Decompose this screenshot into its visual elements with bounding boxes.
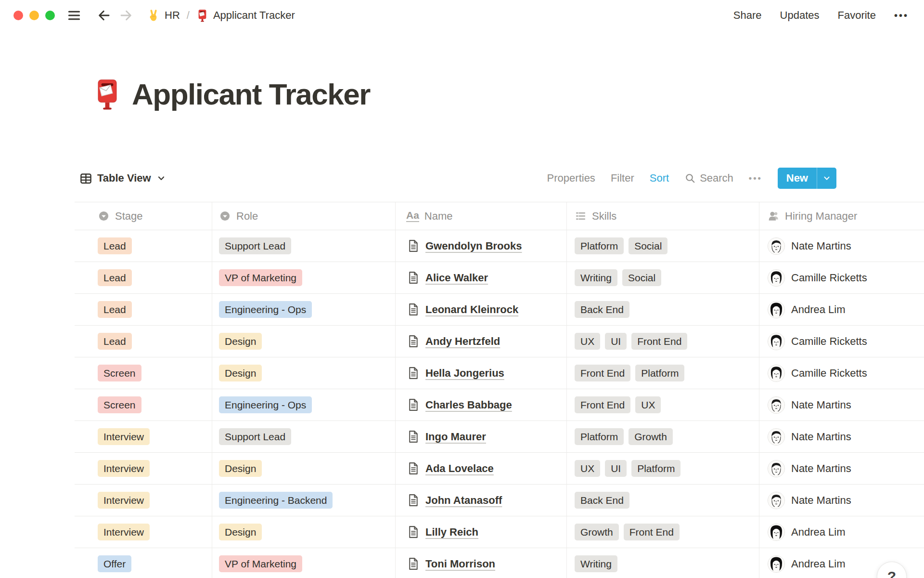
close-window-button[interactable] <box>13 11 23 20</box>
applicant-name-link[interactable]: Ingo Maurer <box>425 431 486 443</box>
column-header-stage[interactable]: Stage <box>75 202 212 230</box>
skills-cell[interactable]: Front EndPlatform <box>567 357 759 389</box>
role-cell[interactable]: Design <box>212 326 396 357</box>
column-label: Stage <box>115 210 143 223</box>
column-header-role[interactable]: Role <box>212 202 396 230</box>
applicant-name-link[interactable]: Charles Babbage <box>425 399 512 411</box>
view-more-options-button[interactable]: ••• <box>749 173 762 184</box>
name-cell[interactable]: Toni Morrison <box>396 548 567 578</box>
stage-cell[interactable]: Interview <box>75 453 212 484</box>
page-icon <box>406 398 420 412</box>
stage-cell[interactable]: Lead <box>75 326 212 357</box>
name-cell[interactable]: Ada Lovelace <box>396 453 567 484</box>
stage-tag: Interview <box>98 428 150 445</box>
manager-cell[interactable]: Nate Martins <box>759 230 924 262</box>
breadcrumb-workspace[interactable]: HR <box>147 9 180 22</box>
role-cell[interactable]: VP of Marketing <box>212 262 396 293</box>
skill-tag: Back End <box>575 492 629 509</box>
manager-cell[interactable]: Camille Ricketts <box>759 326 924 357</box>
manager-cell[interactable]: Nate Martins <box>759 485 924 516</box>
skill-tag: Social <box>622 269 661 286</box>
table-row: Screen Design Hella Jongerius Front EndP… <box>75 357 924 389</box>
role-cell[interactable]: VP of Marketing <box>212 548 396 578</box>
page-icon <box>406 239 420 253</box>
zoom-window-button[interactable] <box>45 11 55 20</box>
skills-cell[interactable]: Back End <box>567 485 759 516</box>
column-header-name[interactable]: Aa Name <box>396 202 567 230</box>
manager-name: Andrea Lim <box>791 526 846 539</box>
applicant-name-link[interactable]: Gwendolyn Brooks <box>425 240 522 252</box>
role-cell[interactable]: Design <box>212 453 396 484</box>
applicant-name-link[interactable]: Alice Walker <box>425 272 488 284</box>
new-button-dropdown[interactable] <box>817 168 836 189</box>
column-header-hiring-manager[interactable]: Hiring Manager <box>759 202 924 230</box>
postbox-icon[interactable] <box>92 78 122 111</box>
name-cell[interactable]: Charles Babbage <box>396 389 567 420</box>
history-back-button[interactable] <box>95 7 113 24</box>
skills-cell[interactable]: Back End <box>567 294 759 325</box>
role-cell[interactable]: Design <box>212 516 396 548</box>
name-cell[interactable]: John Atanasoff <box>396 485 567 516</box>
column-header-skills[interactable]: Skills <box>567 202 759 230</box>
share-button[interactable]: Share <box>733 9 762 22</box>
role-cell[interactable]: Design <box>212 357 396 389</box>
filter-button[interactable]: Filter <box>611 172 634 184</box>
name-cell[interactable]: Lilly Reich <box>396 516 567 548</box>
applicant-name-link[interactable]: Ada Lovelace <box>425 462 494 475</box>
skills-cell[interactable]: GrowthFront End <box>567 516 759 548</box>
stage-cell[interactable]: Screen <box>75 389 212 420</box>
role-cell[interactable]: Support Lead <box>212 421 396 452</box>
manager-cell[interactable]: Nate Martins <box>759 453 924 484</box>
manager-cell[interactable]: Andrea Lim <box>759 516 924 548</box>
stage-cell[interactable]: Screen <box>75 357 212 389</box>
avatar <box>768 269 785 287</box>
applicant-name-link[interactable]: Andy Hertzfeld <box>425 335 500 348</box>
applicant-name-link[interactable]: Toni Morrison <box>425 558 495 570</box>
sort-button[interactable]: Sort <box>650 172 669 184</box>
stage-cell[interactable]: Lead <box>75 262 212 293</box>
skills-cell[interactable]: WritingSocial <box>567 262 759 293</box>
name-cell[interactable]: Gwendolyn Brooks <box>396 230 567 262</box>
skills-cell[interactable]: UXUIFront End <box>567 326 759 357</box>
minimize-window-button[interactable] <box>29 11 39 20</box>
name-cell[interactable]: Alice Walker <box>396 262 567 293</box>
applicant-name-link[interactable]: Leonard Kleinrock <box>425 303 518 316</box>
applicant-name-link[interactable]: John Atanasoff <box>425 494 502 507</box>
stage-cell[interactable]: Interview <box>75 485 212 516</box>
properties-button[interactable]: Properties <box>547 172 595 184</box>
skills-cell[interactable]: PlatformSocial <box>567 230 759 262</box>
role-cell[interactable]: Engineering - Ops <box>212 389 396 420</box>
favorite-button[interactable]: Favorite <box>838 9 876 22</box>
stage-cell[interactable]: Interview <box>75 516 212 548</box>
manager-cell[interactable]: Nate Martins <box>759 389 924 420</box>
manager-cell[interactable]: Nate Martins <box>759 421 924 452</box>
role-cell[interactable]: Engineering - Ops <box>212 294 396 325</box>
manager-cell[interactable]: Camille Ricketts <box>759 357 924 389</box>
stage-cell[interactable]: Interview <box>75 421 212 452</box>
applicant-name-link[interactable]: Hella Jongerius <box>425 367 504 380</box>
skills-cell[interactable]: PlatformGrowth <box>567 421 759 452</box>
name-cell[interactable]: Leonard Kleinrock <box>396 294 567 325</box>
skills-cell[interactable]: Front EndUX <box>567 389 759 420</box>
new-record-button[interactable]: New <box>778 168 836 189</box>
name-cell[interactable]: Ingo Maurer <box>396 421 567 452</box>
role-cell[interactable]: Engineering - Backend <box>212 485 396 516</box>
name-cell[interactable]: Hella Jongerius <box>396 357 567 389</box>
skills-cell[interactable]: Writing <box>567 548 759 578</box>
updates-button[interactable]: Updates <box>780 9 820 22</box>
breadcrumb-page[interactable]: Applicant Tracker <box>196 9 295 22</box>
view-switcher-button[interactable]: Table View <box>79 172 167 185</box>
stage-cell[interactable]: Offer <box>75 548 212 578</box>
sidebar-menu-button[interactable] <box>65 7 83 24</box>
name-cell[interactable]: Andy Hertzfeld <box>396 326 567 357</box>
applicant-name-link[interactable]: Lilly Reich <box>425 526 478 539</box>
skills-cell[interactable]: UXUIPlatform <box>567 453 759 484</box>
more-options-button[interactable]: ••• <box>894 10 909 21</box>
stage-cell[interactable]: Lead <box>75 230 212 262</box>
stage-cell[interactable]: Lead <box>75 294 212 325</box>
manager-cell[interactable]: Andrea Lim <box>759 294 924 325</box>
manager-cell[interactable]: Camille Ricketts <box>759 262 924 293</box>
history-forward-button[interactable] <box>117 7 135 24</box>
role-cell[interactable]: Support Lead <box>212 230 396 262</box>
search-button[interactable]: Search <box>684 172 733 184</box>
